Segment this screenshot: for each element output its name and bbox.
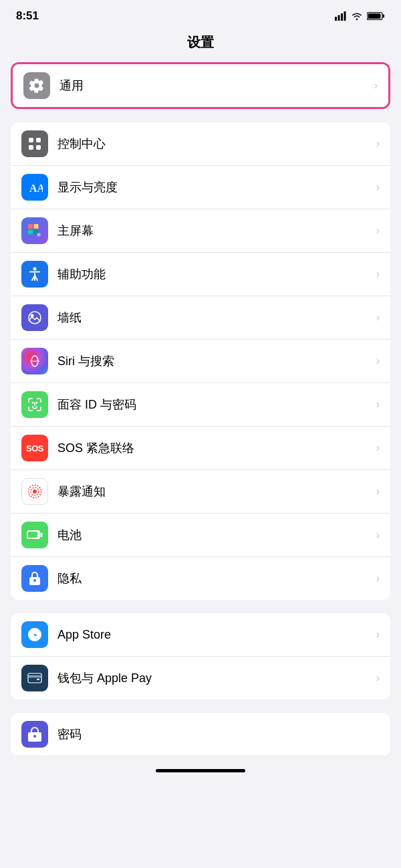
faceid-icon-wrap: [21, 391, 48, 418]
wallpaper-label: 墙纸: [57, 310, 371, 326]
wallet-icon-wrap: [21, 665, 48, 691]
control-center-chevron: ›: [376, 138, 380, 150]
siri-icon-wrap: [21, 348, 48, 374]
gear-icon: [29, 78, 45, 94]
general-chevron: ›: [374, 80, 378, 92]
row-wallpaper[interactable]: 墙纸 ›: [11, 296, 390, 340]
control-center-icon-wrap: [21, 130, 48, 157]
display-icon-wrap: AA: [21, 174, 48, 201]
row-sos[interactable]: SOS SOS 紧急联络 ›: [11, 427, 390, 470]
display-icon: AA: [27, 179, 43, 195]
siri-chevron: ›: [376, 355, 380, 367]
status-time: 8:51: [16, 9, 39, 23]
row-privacy[interactable]: 隐私 ›: [11, 557, 390, 600]
row-password[interactable]: 密码: [11, 713, 390, 756]
privacy-label: 隐私: [57, 570, 371, 586]
wallet-chevron: ›: [376, 672, 380, 684]
section-passwords: 密码: [11, 713, 390, 756]
battery-label: 电池: [57, 527, 371, 543]
privacy-icon: [27, 570, 43, 586]
svg-rect-3: [344, 11, 346, 21]
homescreen-icon: [27, 223, 43, 239]
wifi-icon: [351, 11, 363, 21]
svg-rect-7: [29, 138, 33, 142]
svg-rect-14: [28, 230, 33, 235]
signal-icon: [335, 11, 347, 21]
svg-text:AA: AA: [29, 183, 43, 194]
row-exposure[interactable]: 暴露通知 ›: [11, 470, 390, 514]
exposure-label: 暴露通知: [57, 483, 371, 500]
display-label: 显示与亮度: [57, 179, 371, 195]
wallpaper-icon-wrap: [21, 304, 48, 331]
row-faceid[interactable]: 面容 ID 与密码 ›: [11, 383, 390, 427]
accessibility-chevron: ›: [376, 268, 380, 280]
row-siri[interactable]: Siri 与搜索 ›: [11, 340, 390, 383]
siri-label: Siri 与搜索: [57, 353, 371, 369]
password-icon-wrap: [21, 721, 48, 748]
appstore-label: App Store: [57, 628, 371, 642]
row-display[interactable]: AA 显示与亮度 ›: [11, 166, 390, 209]
homescreen-chevron: ›: [376, 225, 380, 237]
svg-rect-16: [37, 233, 41, 237]
svg-rect-13: [34, 224, 39, 229]
wallpaper-icon: [27, 310, 43, 326]
privacy-chevron: ›: [376, 572, 380, 584]
general-label: 通用: [59, 78, 369, 94]
status-icons: [335, 11, 385, 21]
appstore-icon: [27, 627, 43, 643]
battery-icon-wrap: [21, 522, 48, 548]
battery-chevron: ›: [376, 529, 380, 541]
battery-settings-icon: [26, 528, 43, 542]
sos-icon-wrap: SOS: [21, 435, 48, 461]
row-control-center[interactable]: 控制中心 ›: [11, 122, 390, 166]
page-title: 设置: [0, 28, 401, 62]
wallet-icon: [27, 670, 43, 686]
display-chevron: ›: [376, 181, 380, 193]
row-general[interactable]: 通用 ›: [13, 64, 388, 107]
sos-chevron: ›: [376, 442, 380, 454]
exposure-chevron: ›: [376, 485, 380, 498]
svg-rect-8: [36, 138, 41, 142]
svg-rect-9: [29, 145, 33, 150]
accessibility-icon: [27, 266, 43, 282]
home-indicator: [156, 769, 245, 772]
svg-point-17: [33, 267, 37, 271]
svg-rect-6: [368, 13, 381, 19]
svg-rect-0: [335, 17, 337, 21]
section-main: 控制中心 › AA 显示与亮度 › 主屏幕 ›: [11, 122, 390, 600]
faceid-chevron: ›: [376, 399, 380, 411]
control-center-icon: [27, 136, 43, 152]
exposure-icon-wrap: [21, 478, 48, 505]
row-appstore[interactable]: App Store ›: [11, 613, 390, 657]
row-accessibility[interactable]: 辅助功能 ›: [11, 253, 390, 296]
faceid-label: 面容 ID 与密码: [57, 397, 371, 413]
privacy-icon-wrap: [21, 565, 48, 592]
svg-rect-12: [28, 224, 33, 229]
battery-icon: [367, 11, 385, 21]
password-icon: [27, 726, 43, 742]
row-homescreen[interactable]: 主屏幕 ›: [11, 209, 390, 253]
svg-rect-10: [36, 145, 41, 150]
wallet-label: 钱包与 Apple Pay: [57, 670, 371, 686]
svg-rect-30: [41, 533, 43, 538]
control-center-label: 控制中心: [57, 136, 371, 152]
svg-point-18: [29, 312, 41, 324]
svg-rect-1: [338, 15, 340, 21]
wallpaper-chevron: ›: [376, 312, 380, 324]
exposure-icon: [27, 483, 43, 500]
accessibility-label: 辅助功能: [57, 266, 371, 282]
section-appstore: App Store › 钱包与 Apple Pay ›: [11, 613, 390, 699]
svg-rect-5: [383, 15, 385, 18]
sos-label: SOS 紧急联络: [57, 440, 371, 456]
appstore-icon-wrap: [21, 621, 48, 648]
siri-icon: [27, 353, 43, 369]
svg-rect-29: [28, 532, 37, 538]
svg-point-25: [33, 490, 37, 494]
row-wallet[interactable]: 钱包与 Apple Pay ›: [11, 657, 390, 699]
homescreen-icon-wrap: [21, 217, 48, 244]
svg-rect-33: [28, 675, 41, 677]
svg-rect-2: [341, 13, 343, 21]
row-battery[interactable]: 电池 ›: [11, 514, 390, 557]
section-general: 通用 ›: [11, 62, 390, 109]
status-bar: 8:51: [0, 0, 401, 28]
